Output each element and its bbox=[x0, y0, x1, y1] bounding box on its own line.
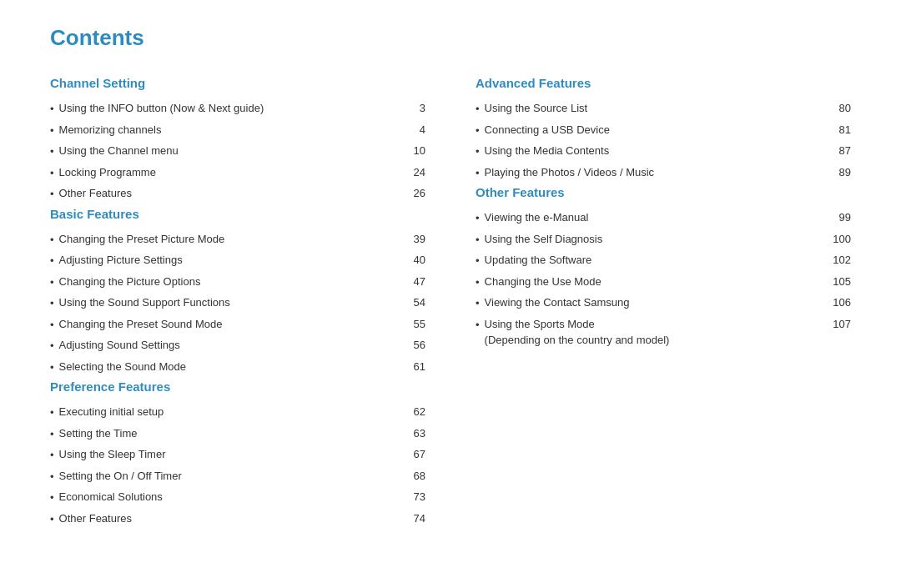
toc-item-left: •Playing the Photos / Videos / Music bbox=[476, 164, 654, 182]
toc-item-text: Setting the Time bbox=[59, 425, 138, 442]
bullet-icon: • bbox=[50, 165, 54, 182]
toc-item-left: •Changing the Picture Options bbox=[50, 274, 200, 291]
toc-item-page: 106 bbox=[833, 294, 851, 311]
toc-item-left: •Using the Source List bbox=[476, 100, 587, 118]
toc-item: •Using the INFO button (Now & Next guide… bbox=[50, 100, 425, 118]
toc-item-text: Using the INFO button (Now & Next guide) bbox=[59, 100, 264, 117]
bullet-icon: • bbox=[50, 511, 54, 528]
toc-item-text: Changing the Preset Sound Mode bbox=[59, 316, 223, 333]
toc-item-page: 3 bbox=[420, 100, 425, 117]
bullet-icon: • bbox=[50, 232, 54, 249]
toc-item-left: •Using the INFO button (Now & Next guide… bbox=[50, 100, 264, 118]
toc-item-page: 105 bbox=[833, 274, 851, 290]
toc-item-page: 61 bbox=[414, 359, 425, 375]
toc-item-text: Connecting a USB Device bbox=[485, 122, 610, 138]
toc-item-text: Adjusting Picture Settings bbox=[59, 252, 183, 269]
bullet-icon: • bbox=[50, 405, 54, 421]
bullet-icon: • bbox=[50, 274, 54, 291]
bullet-icon: • bbox=[476, 143, 480, 160]
section-title-other-features: Other Features bbox=[476, 185, 851, 199]
toc-item: •Playing the Photos / Videos / Music89 bbox=[476, 164, 851, 182]
toc-item-left: •Executing initial setup bbox=[50, 404, 164, 421]
toc-item-text: Setting the On / Off Timer bbox=[59, 468, 182, 485]
toc-item: •Using the Source List80 bbox=[476, 100, 851, 118]
bullet-icon: • bbox=[476, 317, 480, 334]
bullet-icon: • bbox=[50, 490, 54, 506]
bullet-icon: • bbox=[50, 359, 54, 376]
toc-item-text: Viewing the e-Manual bbox=[485, 209, 589, 226]
toc-item: •Setting the On / Off Timer68 bbox=[50, 468, 425, 485]
toc-item-left: •Changing the Preset Picture Mode bbox=[50, 231, 224, 249]
section-preference-features: Preference Features•Executing initial se… bbox=[50, 379, 425, 527]
toc-item-page: 55 bbox=[414, 316, 425, 333]
section-title-basic-features: Basic Features bbox=[50, 207, 425, 221]
toc-item-left: •Economical Solutions bbox=[50, 489, 163, 506]
bullet-icon: • bbox=[50, 317, 54, 334]
toc-item-text: Updating the Software bbox=[485, 252, 592, 269]
toc-item-page: 62 bbox=[414, 404, 425, 420]
toc-item-left: •Using the Sports Mode(Depending on the … bbox=[476, 316, 669, 349]
toc-item-left: •Memorizing channels bbox=[50, 122, 161, 139]
section-channel-setting: Channel Setting•Using the INFO button (N… bbox=[50, 76, 425, 203]
toc-item-text-wrap: Using the Sports Mode(Depending on the c… bbox=[485, 316, 670, 349]
toc-item: •Other Features26 bbox=[50, 185, 425, 203]
page-title: Contents bbox=[50, 25, 851, 51]
bullet-icon: • bbox=[50, 186, 54, 203]
toc-item-left: •Other Features bbox=[50, 510, 132, 528]
toc-item-left: •Adjusting Sound Settings bbox=[50, 337, 180, 354]
toc-item-page: 89 bbox=[839, 164, 851, 181]
toc-item-left: •Adjusting Picture Settings bbox=[50, 252, 183, 269]
left-column: Channel Setting•Using the INFO button (N… bbox=[50, 76, 425, 531]
toc-item-page: 102 bbox=[833, 252, 851, 269]
toc-item-left: •Using the Media Contents bbox=[476, 143, 609, 160]
toc-item-left: •Other Features bbox=[50, 185, 132, 203]
toc-item: •Using the Self Diagnosis100 bbox=[476, 231, 851, 249]
toc-item-page: 100 bbox=[833, 231, 851, 248]
toc-item-text: Memorizing channels bbox=[59, 122, 162, 138]
section-title-advanced-features: Advanced Features bbox=[476, 76, 851, 90]
toc-item-left: •Using the Self Diagnosis bbox=[476, 231, 602, 249]
toc-item-text: Other Features bbox=[59, 185, 132, 202]
toc-columns: Channel Setting•Using the INFO button (N… bbox=[50, 76, 851, 531]
toc-item: •Adjusting Sound Settings56 bbox=[50, 337, 425, 354]
toc-item-text: Using the Source List bbox=[485, 100, 588, 117]
toc-item-text: Using the Channel menu bbox=[59, 143, 179, 159]
toc-item: •Viewing the Contact Samsung106 bbox=[476, 294, 851, 312]
bullet-icon: • bbox=[50, 143, 54, 160]
toc-item-left: •Changing the Preset Sound Mode bbox=[50, 316, 222, 334]
right-column: Advanced Features•Using the Source List8… bbox=[476, 76, 851, 531]
bullet-icon: • bbox=[50, 426, 54, 443]
toc-item-left: •Using the Sound Support Functions bbox=[50, 294, 230, 312]
toc-item-left: •Selecting the Sound Mode bbox=[50, 359, 186, 376]
toc-item-page: 47 bbox=[414, 274, 425, 290]
bullet-icon: • bbox=[50, 469, 54, 485]
toc-item-page: 39 bbox=[414, 231, 425, 248]
toc-item-text: Changing the Preset Picture Mode bbox=[59, 231, 225, 248]
toc-item: •Using the Media Contents87 bbox=[476, 143, 851, 160]
toc-item-text: Executing initial setup bbox=[59, 404, 164, 420]
toc-item-left: •Connecting a USB Device bbox=[476, 122, 610, 139]
toc-item-page: 10 bbox=[414, 143, 425, 159]
toc-item-text: Other Features bbox=[59, 510, 132, 527]
toc-item: •Updating the Software102 bbox=[476, 252, 851, 269]
toc-item-left: •Viewing the e-Manual bbox=[476, 209, 588, 227]
toc-item: •Selecting the Sound Mode61 bbox=[50, 359, 425, 376]
toc-item-text: Using the Sleep Timer bbox=[59, 446, 166, 463]
bullet-icon: • bbox=[50, 123, 54, 139]
toc-item-text: Economical Solutions bbox=[59, 489, 163, 505]
toc-item: •Setting the Time63 bbox=[50, 425, 425, 443]
bullet-icon: • bbox=[476, 101, 480, 118]
toc-item-text: Using the Sound Support Functions bbox=[59, 294, 230, 311]
toc-item-page: 87 bbox=[839, 143, 851, 159]
toc-item-text: Using the Media Contents bbox=[485, 143, 610, 159]
bullet-icon: • bbox=[50, 338, 54, 354]
toc-item: •Adjusting Picture Settings40 bbox=[50, 252, 425, 269]
toc-item: •Changing the Preset Sound Mode55 bbox=[50, 316, 425, 334]
toc-item: •Economical Solutions73 bbox=[50, 489, 425, 506]
bullet-icon: • bbox=[50, 101, 54, 118]
toc-item-page: 81 bbox=[839, 122, 851, 138]
toc-item: •Changing the Use Mode105 bbox=[476, 274, 851, 291]
toc-item-left: •Setting the On / Off Timer bbox=[50, 468, 182, 485]
toc-item: •Connecting a USB Device81 bbox=[476, 122, 851, 139]
toc-item-text: Adjusting Sound Settings bbox=[59, 337, 180, 354]
